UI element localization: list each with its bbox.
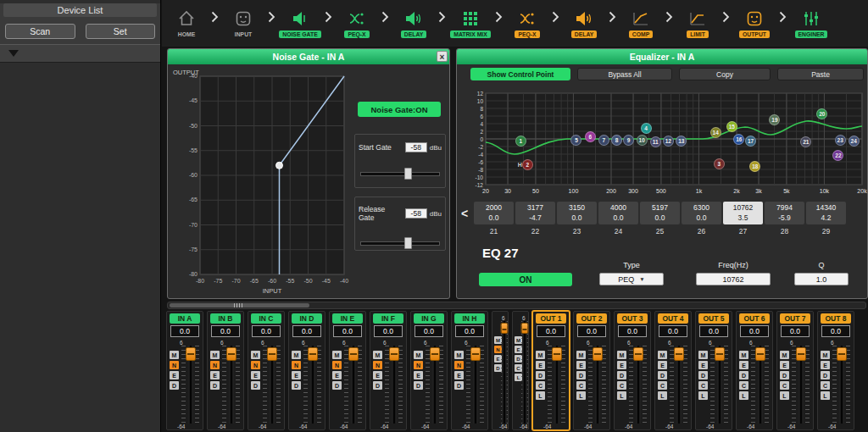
channel-btn-d[interactable]: D <box>536 371 545 379</box>
channel-label[interactable]: IN H <box>454 313 485 324</box>
fader-handle[interactable] <box>308 347 318 361</box>
fader-handle[interactable] <box>521 323 529 334</box>
channel-gain-value[interactable]: 0.0 <box>740 325 769 337</box>
fader-handle[interactable] <box>348 347 359 361</box>
type-dropdown[interactable]: PEQ ▼ <box>599 273 664 285</box>
module-matrix-mix-5[interactable]: MATRIX MIX <box>446 8 495 38</box>
channel-label[interactable]: IN D <box>292 313 322 324</box>
band-cell-29[interactable]: 143404.2 <box>806 202 846 224</box>
channel-fader[interactable]: 6-64 <box>547 339 566 429</box>
channel-btn-d[interactable]: D <box>698 371 708 379</box>
channel-btn-n[interactable]: N <box>332 361 342 369</box>
fader-handle[interactable] <box>633 347 643 361</box>
channel-strip-out-5[interactable]: OUT 50.0MEDCL6-64 <box>695 311 732 430</box>
fader-handle[interactable] <box>755 347 765 361</box>
channel-btn-n[interactable]: N <box>292 361 301 369</box>
channel-strip-in-d[interactable]: IN D0.0MNED6-64 <box>288 311 326 430</box>
band-cell-26[interactable]: 63000.0 <box>682 202 721 224</box>
channel-btn-d[interactable]: D <box>332 381 342 390</box>
slider-handle[interactable] <box>404 237 412 249</box>
channel-label[interactable]: OUT 6 <box>739 313 770 324</box>
band-cell-28[interactable]: 7994-5.9 <box>765 202 804 224</box>
channel-btn-e[interactable]: E <box>780 361 789 369</box>
channel-btn-m[interactable]: M <box>170 351 179 359</box>
eq-point-5[interactable]: 5 <box>570 135 581 146</box>
eq-point-6[interactable]: 6 <box>585 131 596 142</box>
channel-btn-e[interactable]: E <box>617 361 626 369</box>
channel-strip-out-8[interactable]: OUT 80.0MEDCL6-64 <box>817 311 854 430</box>
channel-fader[interactable]: 6-64 <box>343 339 363 429</box>
eq-point-24[interactable]: 24 <box>849 136 860 147</box>
channel-btn-d[interactable]: D <box>780 371 789 379</box>
channel-btn-e[interactable]: E <box>414 371 423 379</box>
channel-gain-value[interactable]: 0.0 <box>577 325 606 337</box>
channel-label[interactable]: OUT 1 <box>536 313 566 324</box>
channel-btn-e[interactable]: E <box>373 371 382 379</box>
fader-handle[interactable] <box>267 347 277 361</box>
channel-btn-e[interactable]: E <box>292 371 301 379</box>
channel-strip-out-2[interactable]: OUT 20.0MEDCL6-64 <box>573 311 610 430</box>
channel-fader[interactable]: 6-64 <box>181 339 200 429</box>
channel-btn-c[interactable]: C <box>576 381 586 390</box>
set-button[interactable]: Set <box>86 24 156 39</box>
channel-btn-m[interactable]: M <box>210 351 220 359</box>
band-cell-23[interactable]: 31500.0 <box>557 202 597 224</box>
channel-btn-e[interactable]: E <box>332 371 342 379</box>
channel-btn-m[interactable]: M <box>332 351 342 359</box>
channel-btn-l[interactable]: L <box>780 391 789 400</box>
module-peq-x-6[interactable]: PEQ-X <box>503 8 552 38</box>
channel-btn-c[interactable]: C <box>780 381 789 390</box>
channel-fader[interactable]: 6-64 <box>221 339 241 429</box>
channel-btn-e[interactable]: E <box>536 361 545 369</box>
eq-point-9[interactable]: 9 <box>623 135 634 146</box>
module-enginer-11[interactable]: ENGINER <box>787 8 836 38</box>
horizontal-scrollbar[interactable] <box>167 302 866 309</box>
channel-gain-value[interactable]: 0.0 <box>821 325 850 337</box>
eq-point-20[interactable]: 20 <box>816 108 827 119</box>
link-strip-8[interactable]: MNED6-64 <box>492 311 509 430</box>
channel-strip-in-h[interactable]: IN H0.0MNED6-64 <box>451 311 488 430</box>
noise-gate-graph[interactable]: -40-40-45-45-50-50-55-55-60-60-65-65-70-… <box>171 68 354 296</box>
channel-btn-l[interactable]: L <box>821 391 830 400</box>
slider-handle[interactable] <box>404 168 412 180</box>
channel-btn-n[interactable]: N <box>210 361 220 369</box>
fader-handle[interactable] <box>593 347 603 361</box>
channel-label[interactable]: IN A <box>170 313 200 324</box>
equalizer-titlebar[interactable]: Equalizer - IN A <box>457 49 867 64</box>
channel-gain-value[interactable]: 0.0 <box>211 325 240 337</box>
channel-fader[interactable]: 6-64 <box>465 339 485 429</box>
noise-gate-on-button[interactable]: Noise Gate:ON <box>358 102 441 117</box>
channel-btn-l[interactable]: L <box>658 391 667 400</box>
channel-btn-e[interactable]: E <box>576 361 586 369</box>
band-cell-22[interactable]: 3177-4.7 <box>515 202 555 224</box>
channel-strip-in-e[interactable]: IN E0.0MNED6-64 <box>329 311 366 430</box>
channel-btn-m[interactable]: M <box>251 351 260 359</box>
channel-label[interactable]: OUT 4 <box>658 313 688 324</box>
eq-point-13[interactable]: 13 <box>676 136 687 147</box>
channel-btn-m[interactable]: M <box>780 351 789 359</box>
copy-button[interactable]: Copy <box>679 68 771 80</box>
channel-fader[interactable]: 6-64 <box>628 339 648 429</box>
channel-gain-value[interactable]: 0.0 <box>618 325 647 337</box>
fader-handle[interactable] <box>470 347 481 361</box>
channel-fader[interactable]: 6-64 <box>384 339 403 429</box>
channel-btn-e[interactable]: E <box>658 361 667 369</box>
channel-btn-l[interactable]: L <box>576 391 586 400</box>
eq-point-22[interactable]: 22 <box>832 150 843 161</box>
channel-fader[interactable]: 6-64 <box>523 314 526 429</box>
channel-btn-e[interactable]: E <box>454 371 464 379</box>
start-gate-slider[interactable] <box>360 168 440 178</box>
freq-field[interactable]: 10762 <box>696 273 771 285</box>
channel-label[interactable]: IN B <box>210 313 241 324</box>
show-control-point-button[interactable]: Show Control Point <box>470 68 570 80</box>
channel-strip-out-4[interactable]: OUT 40.0MEDCL6-64 <box>654 311 692 430</box>
channel-btn-d[interactable]: D <box>658 371 667 379</box>
channel-label[interactable]: OUT 8 <box>821 313 851 324</box>
channel-gain-value[interactable]: 0.0 <box>415 325 443 337</box>
scrollbar-handle[interactable] <box>170 303 309 307</box>
channel-fader[interactable]: 6-64 <box>791 339 810 429</box>
eq-point-4[interactable]: 4 <box>641 123 652 134</box>
eq-on-button[interactable]: ON <box>479 273 572 286</box>
channel-fader[interactable]: 6-64 <box>709 339 729 429</box>
eq-point-18[interactable]: 18 <box>749 161 760 172</box>
